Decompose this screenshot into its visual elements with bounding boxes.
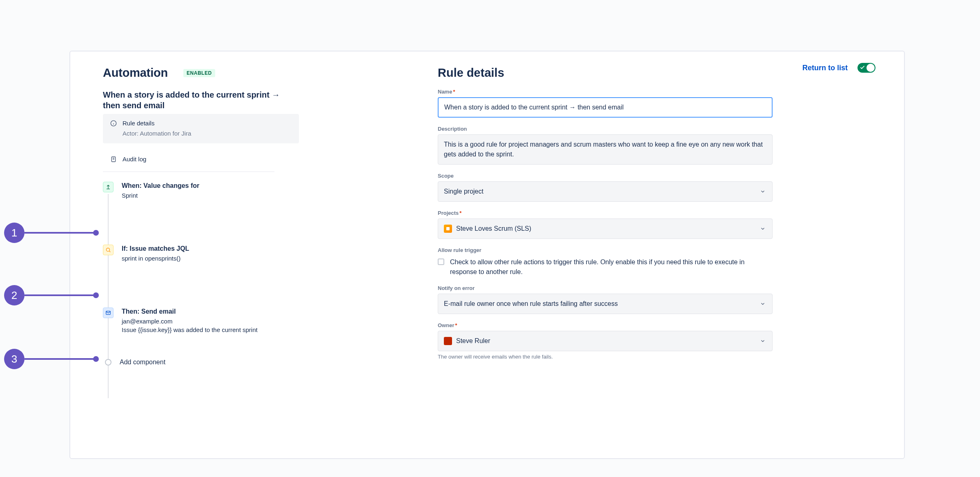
projects-label: Projects* — [438, 210, 773, 216]
step-condition-title: If: Issue matches JQL — [122, 245, 189, 252]
svg-rect-11 — [446, 227, 450, 230]
rule-details-card[interactable]: Rule details Actor: Automation for Jira — [103, 114, 299, 143]
field-description: Description This is a good rule for proj… — [438, 126, 773, 165]
audit-icon — [110, 156, 117, 163]
rule-details-heading: Rule details — [438, 66, 773, 80]
toggle-knob — [866, 64, 875, 72]
notify-value: E-mail rule owner once when rule starts … — [444, 299, 618, 309]
check-icon — [860, 65, 865, 70]
rule-details-row: Rule details — [110, 120, 292, 127]
callout-1: 1 — [4, 223, 24, 243]
description-label: Description — [438, 126, 773, 132]
field-name: Name* — [438, 89, 773, 118]
name-input[interactable] — [438, 97, 773, 118]
rule-name-heading: When a story is added to the current spr… — [103, 89, 283, 111]
notify-select[interactable]: E-mail rule owner once when rule starts … — [438, 294, 773, 314]
chevron-down-icon — [760, 301, 766, 307]
timeline-line — [108, 194, 109, 398]
step-action-sub: jan@example.com Issue {{issue.key}} was … — [122, 317, 258, 334]
left-column: Automation ENABLED When a story is added… — [103, 66, 299, 444]
projects-select[interactable]: Steve Loves Scrum (SLS) — [438, 218, 773, 239]
callout-dot-3 — [93, 356, 99, 362]
svg-line-9 — [109, 251, 110, 252]
info-icon — [110, 120, 117, 127]
condition-icon — [103, 245, 114, 255]
add-component-label: Add component — [120, 359, 165, 366]
field-notify: Notify on error E-mail rule owner once w… — [438, 285, 773, 314]
project-icon — [444, 225, 452, 233]
callout-dot-2 — [93, 292, 99, 298]
step-condition-sub: sprint in opensprints() — [122, 254, 189, 263]
trigger-icon — [103, 182, 114, 192]
step-condition[interactable]: If: Issue matches JQL sprint in openspri… — [103, 245, 299, 263]
header-row: Automation ENABLED — [103, 66, 299, 80]
chevron-down-icon — [760, 189, 766, 194]
rule-enabled-toggle[interactable] — [858, 63, 875, 73]
rule-details-label: Rule details — [122, 120, 154, 127]
hollow-dot-icon — [105, 359, 111, 366]
page-title: Automation — [103, 66, 168, 80]
svg-point-8 — [106, 248, 109, 251]
callout-3: 3 — [4, 349, 24, 369]
right-column: Rule details Name* Description This is a… — [438, 66, 773, 444]
owner-value: Steve Ruler — [456, 336, 490, 346]
callout-dot-1 — [93, 230, 99, 236]
callout-line-1 — [24, 232, 94, 234]
step-action[interactable]: Then: Send email jan@example.com Issue {… — [103, 308, 299, 334]
field-allow-trigger: Allow rule trigger Check to allow other … — [438, 247, 773, 277]
owner-label: Owner* — [438, 322, 773, 328]
scope-label: Scope — [438, 173, 773, 179]
allow-trigger-text: Check to allow other rule actions to tri… — [450, 257, 752, 277]
automation-panel: Return to list Automation ENABLED When a… — [69, 51, 905, 459]
chevron-down-icon — [760, 338, 766, 344]
owner-help-text: The owner will receive emails when the r… — [438, 354, 773, 360]
status-badge: ENABLED — [183, 69, 215, 77]
callout-line-3 — [24, 358, 94, 360]
step-trigger-sub: Sprint — [122, 191, 199, 200]
return-to-list-link[interactable]: Return to list — [802, 64, 848, 72]
rule-actor-text: Actor: Automation for Jira — [110, 130, 292, 137]
name-label: Name* — [438, 89, 773, 95]
rule-timeline: When: Value changes for Sprint If: Issue… — [103, 182, 299, 366]
action-icon — [103, 308, 114, 318]
avatar — [444, 337, 452, 345]
callout-line-2 — [24, 294, 94, 296]
scope-select[interactable]: Single project — [438, 181, 773, 202]
description-textarea[interactable]: This is a good rule for project managers… — [438, 134, 773, 165]
add-component-button[interactable]: Add component — [103, 359, 299, 366]
divider — [103, 172, 274, 172]
projects-value: Steve Loves Scrum (SLS) — [456, 224, 531, 234]
field-projects: Projects* Steve Loves Scrum (SLS) — [438, 210, 773, 239]
callout-2: 2 — [4, 285, 24, 305]
audit-log-label: Audit log — [122, 156, 146, 163]
scope-value: Single project — [444, 187, 483, 196]
step-action-title: Then: Send email — [122, 308, 258, 315]
step-trigger-title: When: Value changes for — [122, 182, 199, 189]
notify-label: Notify on error — [438, 285, 773, 291]
allow-trigger-checkbox[interactable] — [438, 259, 444, 265]
field-owner: Owner* Steve Ruler The owner will receiv… — [438, 322, 773, 360]
owner-select[interactable]: Steve Ruler — [438, 331, 773, 351]
field-scope: Scope Single project — [438, 173, 773, 202]
top-right-actions: Return to list — [802, 63, 875, 73]
chevron-down-icon — [760, 226, 766, 232]
audit-log-link[interactable]: Audit log — [103, 148, 299, 170]
allow-trigger-label: Allow rule trigger — [438, 247, 773, 253]
step-trigger[interactable]: When: Value changes for Sprint — [103, 182, 299, 200]
